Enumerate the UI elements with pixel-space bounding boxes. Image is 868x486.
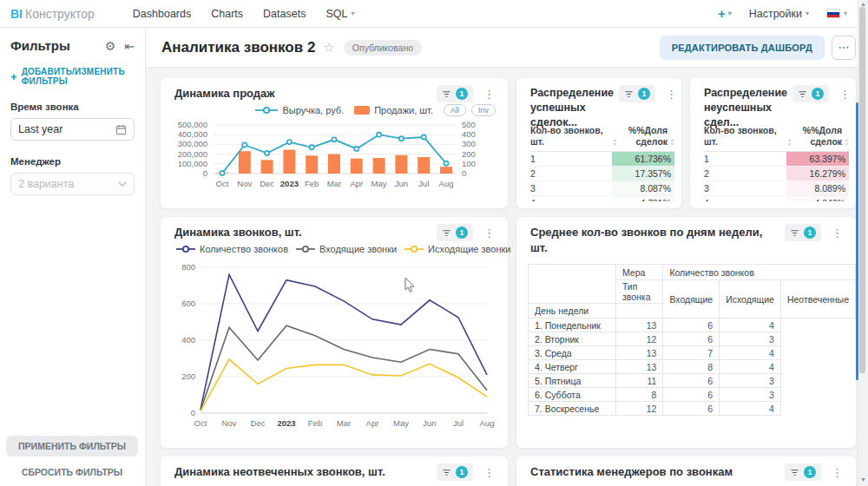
day-cell: 4. Четверг xyxy=(529,360,616,374)
scroll-down-icon[interactable]: ▼ xyxy=(860,476,866,483)
legend-outgoing-calls[interactable]: Исходящие звонки xyxy=(404,244,510,254)
value-cell: 13 xyxy=(615,319,662,332)
calls-count-cell: 1 xyxy=(704,154,786,164)
manager-filter-select[interactable]: 2 варианта xyxy=(10,173,135,195)
reset-filters-button[interactable]: СБРОСИТЬ ФИЛЬТРЫ xyxy=(0,467,144,477)
edit-dashboard-button[interactable]: РЕДАКТИРОВАТЬ ДАШБОРД xyxy=(660,36,825,60)
table-row: 6. Суббота863 xyxy=(529,388,856,402)
table-scrollbar[interactable]: ▲ ▼ xyxy=(673,153,674,205)
value-cell: 13 xyxy=(615,346,662,360)
calls-legend: Количество звонков Входящие звонки Исход… xyxy=(161,241,508,255)
value-cell: 6 xyxy=(663,388,720,402)
svg-text:Dec: Dec xyxy=(260,179,274,188)
manager-filter-label: Менеджер xyxy=(10,156,135,167)
svg-text:200: 200 xyxy=(462,149,476,159)
filter-chip[interactable]: 1 xyxy=(792,85,829,102)
filters-title: Фильтры xyxy=(10,38,96,53)
svg-text:Jul: Jul xyxy=(418,179,429,188)
day-cell: 5. Пятница xyxy=(529,374,616,388)
dashboard-scroll-indicator[interactable] xyxy=(856,102,858,380)
add-edit-filters-link[interactable]: + ДОБАВИТЬ/ИЗМЕНИТЬ ФИЛЬТРЫ xyxy=(10,67,135,86)
sort-icon[interactable]: ▲▼ xyxy=(613,138,617,148)
legend-sales[interactable]: Продажи, шт. xyxy=(354,105,433,115)
day-cell: 1. Понедельник xyxy=(529,319,616,332)
nav-charts[interactable]: Charts xyxy=(211,8,243,20)
more-options-button[interactable]: ⋯ xyxy=(832,36,856,60)
nav-sql[interactable]: SQL▾ xyxy=(326,8,354,20)
time-filter-input[interactable] xyxy=(18,123,115,135)
filter-chip[interactable]: 1 xyxy=(619,85,655,102)
apply-filters-button[interactable]: ПРИМЕНИТЬ ФИЛЬТРЫ xyxy=(6,436,138,456)
filter-icon xyxy=(790,468,799,477)
kebab-menu-button[interactable]: ⋮ xyxy=(663,87,680,102)
table-row: 4. Четверг1384 xyxy=(529,360,856,374)
filter-chip[interactable]: 1 xyxy=(437,463,473,481)
sort-icon[interactable]: ▲▼ xyxy=(845,138,849,148)
value-cell: 3 xyxy=(720,332,781,346)
svg-text:Feb: Feb xyxy=(305,179,319,188)
kebab-menu-button[interactable]: ⋮ xyxy=(829,465,845,480)
settings-menu[interactable]: Настройки▾ xyxy=(749,8,809,20)
scroll-up-icon[interactable]: ▲ xyxy=(848,153,849,158)
toggle-inv-button[interactable]: Inv xyxy=(471,104,496,116)
table-scrollbar[interactable]: ▲ ▼ xyxy=(847,153,849,205)
page-scrollbar-thumb[interactable] xyxy=(859,7,865,373)
filter-chip[interactable]: 1 xyxy=(785,224,821,241)
svg-text:Oct: Oct xyxy=(194,418,207,428)
dashboard-content: Динамика продаж 1 ⋮ Выручка, руб. Продаж… xyxy=(146,68,858,486)
time-filter-field[interactable] xyxy=(10,118,135,141)
sort-icon[interactable]: ▲▼ xyxy=(787,138,792,148)
app-window: BIКонструктор Dashboards Charts Datasets… xyxy=(0,0,868,486)
scroll-up-icon[interactable]: ▲ xyxy=(860,1,866,7)
nav-datasets[interactable]: Datasets xyxy=(263,8,306,20)
create-button[interactable]: +▾ xyxy=(718,6,732,21)
kebab-menu-button[interactable]: ⋮ xyxy=(481,87,497,102)
scroll-up-icon[interactable]: ▲ xyxy=(674,153,674,158)
svg-text:Aug: Aug xyxy=(480,418,495,428)
line-marker-icon xyxy=(176,245,195,253)
legend-revenue[interactable]: Выручка, руб. xyxy=(255,105,344,115)
nav-dashboards[interactable]: Dashboards xyxy=(133,8,191,20)
table-row: 216.279% xyxy=(704,167,849,181)
svg-text:Apr: Apr xyxy=(350,179,363,188)
filter-count-badge: 1 xyxy=(456,88,468,100)
card-title: Среднее кол-во звонков по дням недели, ш… xyxy=(530,225,785,255)
scroll-down-icon[interactable]: ▼ xyxy=(674,191,674,196)
filter-chip[interactable]: 1 xyxy=(437,85,473,102)
success-table: Кол-во звонков, шт.▲▼ %%Доля сделок▲▼ 16… xyxy=(530,125,674,208)
fail-table: Кол-во звонков, шт.▲▼ %%Доля сделок▲▼ 16… xyxy=(704,125,849,208)
scroll-down-icon[interactable]: ▼ xyxy=(848,191,849,196)
card-success-distribution: Распределение успешных сделок... 1 ⋮ Кол… xyxy=(516,78,681,208)
svg-text:400: 400 xyxy=(181,335,195,345)
svg-text:Oct: Oct xyxy=(216,179,229,188)
time-filter-label: Время звонка xyxy=(10,102,135,112)
svg-text:0: 0 xyxy=(191,408,195,417)
gear-icon[interactable]: ⚙ xyxy=(105,39,116,53)
toggle-all-button[interactable]: All xyxy=(444,104,466,116)
card-title: Распределение успешных сделок... xyxy=(530,86,619,130)
language-switcher[interactable]: ▾ xyxy=(826,9,847,18)
day-cell: 6. Суббота xyxy=(529,388,616,402)
table-row: 161.736% xyxy=(530,152,674,167)
kebab-menu-button[interactable]: ⋮ xyxy=(481,465,497,480)
kebab-menu-button[interactable]: ⋮ xyxy=(837,87,853,102)
svg-text:2023: 2023 xyxy=(280,179,299,188)
main-nav: Dashboards Charts Datasets SQL▾ xyxy=(133,8,355,20)
legend-total-calls[interactable]: Количество звонков xyxy=(176,244,288,254)
favorite-star-icon[interactable]: ☆ xyxy=(323,40,334,56)
sort-icon[interactable]: ▲▼ xyxy=(670,138,674,148)
kebab-menu-button[interactable]: ⋮ xyxy=(481,226,497,240)
value-cell: 12 xyxy=(615,402,662,416)
share-value-cell: 4.046% xyxy=(786,196,849,201)
kebab-menu-button[interactable]: ⋮ xyxy=(829,226,845,240)
svg-text:500,000: 500,000 xyxy=(178,120,207,129)
legend-incoming-calls[interactable]: Входящие звонки xyxy=(296,244,397,254)
filter-chip[interactable]: 1 xyxy=(785,463,821,481)
filter-count-badge: 1 xyxy=(456,466,468,478)
collapse-sidebar-icon[interactable]: ⇤ xyxy=(124,39,135,53)
value-cell: 4 xyxy=(720,360,781,374)
table-row: 2. Вторник1263 xyxy=(529,332,856,346)
filter-chip[interactable]: 1 xyxy=(437,224,473,241)
filter-icon xyxy=(442,468,451,477)
svg-text:Apr: Apr xyxy=(366,418,379,428)
